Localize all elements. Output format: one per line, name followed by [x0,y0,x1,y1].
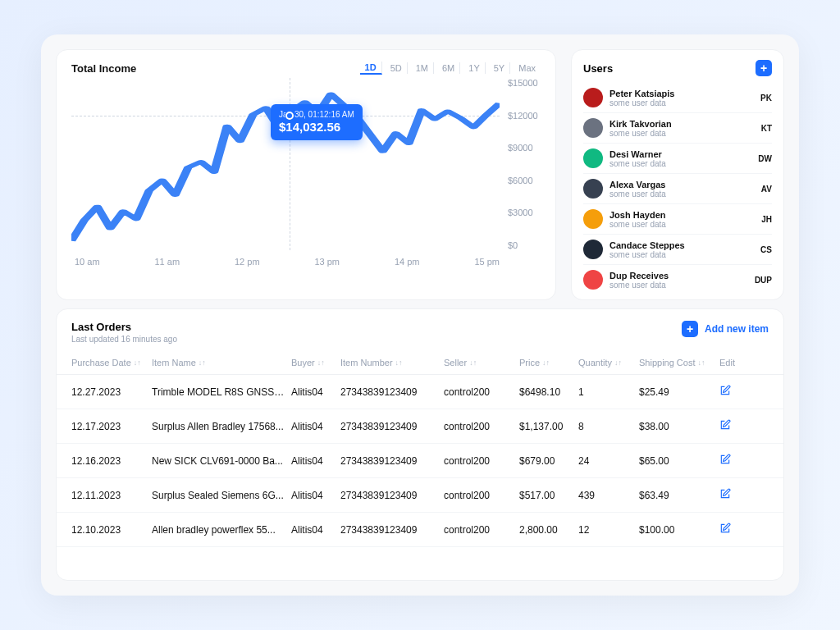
cell-item-name: New SICK CLV691-0000 Ba... [152,455,291,467]
y-tick: $12000 [508,111,541,121]
user-sub: some user data [609,129,755,138]
users-title: Users [583,62,613,75]
cell-buyer: Alitis04 [291,386,340,398]
cell-date: 12.17.2023 [71,421,152,432]
column-header[interactable]: Item Number↓↑ [340,358,444,368]
cell-item-number: 27343839123409 [340,455,444,467]
add-user-button[interactable]: + [756,60,772,76]
user-sub: some user data [609,98,754,107]
user-sub: some user data [609,250,754,259]
cell-qty: 24 [578,455,639,467]
user-initials: JH [761,215,772,224]
cell-price: $679.00 [519,455,578,467]
cell-qty: 439 [578,490,639,501]
range-1m[interactable]: 1M [411,62,434,74]
edit-icon[interactable] [719,488,749,502]
column-header[interactable]: Buyer↓↑ [291,358,340,368]
edit-icon[interactable] [719,385,749,399]
sort-icon: ↓↑ [395,358,403,367]
cell-item-name: Surplus Allen Bradley 17568... [152,421,291,432]
user-name: Alexa Vargas [609,180,755,189]
edit-icon[interactable] [719,419,749,433]
range-selector: 1D5D1M6M1Y5YMax [360,62,541,75]
sort-icon: ↓↑ [134,358,141,367]
edit-icon[interactable] [719,523,749,536]
sort-icon: ↓↑ [199,358,206,367]
user-name: Candace Steppes [609,240,754,250]
avatar [583,270,603,290]
cell-item-number: 27343839123409 [340,386,444,398]
cell-qty: 12 [578,524,639,536]
orders-subtitle: Last updated 16 minutes ago [71,335,177,344]
user-row[interactable]: Kirk Takvoriansome user dataKT [583,113,772,144]
cell-buyer: Alitis04 [291,455,340,467]
cell-buyer: Alitis04 [291,421,340,432]
cell-ship: $38.00 [639,421,719,432]
cell-seller: control200 [444,421,519,432]
cell-buyer: Alitis04 [291,524,340,536]
avatar [583,88,603,107]
sort-icon: ↓↑ [317,358,325,367]
user-row[interactable]: Alexa Vargassome user dataAV [583,174,772,204]
avatar [583,148,603,168]
user-initials: KT [761,124,772,133]
income-chart-card: Total Income 1D5D1M6M1Y5YMax Jan 30, 01:… [56,49,556,300]
user-row[interactable]: Dup Receivessome user dataDUP [583,265,772,294]
user-name: Peter Katsiapis [609,89,754,98]
range-6m[interactable]: 6M [437,62,460,74]
cell-item-name: Surplus Sealed Siemens 6G... [152,490,291,501]
user-name: Josh Hayden [609,210,755,220]
dashboard-shell: Total Income 1D5D1M6M1Y5YMax Jan 30, 01:… [41,34,799,596]
table-row: 12.16.2023New SICK CLV691-0000 Ba...Alit… [57,444,783,478]
user-row[interactable]: Peter Katsiapissome user dataPK [583,83,772,113]
column-header[interactable]: Shipping Cost↓↑ [639,358,719,368]
sort-icon: ↓↑ [469,358,477,367]
edit-icon[interactable] [719,454,749,468]
chart-body: Jan 30, 01:12:16 AM $14,032.56 $15000$12… [71,78,541,250]
add-item-label: Add new item [705,323,769,335]
cell-seller: control200 [444,524,519,536]
user-row[interactable]: Candace Steppessome user dataCS [583,235,772,265]
orders-table-body: 12.27.2023Trimble MODEL R8S GNSSA...Alit… [57,375,783,547]
chart-plot-area[interactable]: Jan 30, 01:12:16 AM $14,032.56 [71,78,500,250]
column-header[interactable]: Price↓↑ [519,358,578,368]
sort-icon: ↓↑ [614,358,622,367]
cell-ship: $65.00 [639,455,719,467]
column-header[interactable]: Seller↓↑ [444,358,519,368]
table-row: 12.10.2023Allen bradley powerflex 55...A… [57,513,783,547]
cell-qty: 1 [578,386,639,398]
sort-icon: ↓↑ [698,358,705,367]
cell-ship: $100.00 [639,524,719,536]
column-header[interactable]: Quantity↓↑ [578,358,639,368]
user-initials: DW [758,154,772,163]
range-1d[interactable]: 1D [360,62,382,75]
x-tick: 12 pm [235,257,260,267]
column-header: Edit [719,358,749,368]
orders-card: Last Orders Last updated 16 minutes ago … [56,308,784,581]
cell-seller: control200 [444,490,519,501]
tooltip-value: $14,032.56 [279,120,354,134]
column-header[interactable]: Purchase Date↓↑ [71,358,152,368]
user-row[interactable]: Desi Warnersome user dataDW [583,144,772,174]
x-tick: 15 pm [474,257,500,267]
add-item-button[interactable]: + Add new item [682,321,769,337]
cell-price: $6498.10 [519,386,578,398]
cell-date: 12.27.2023 [71,386,152,398]
table-row: 12.11.2023Surplus Sealed Siemens 6G...Al… [57,478,783,513]
y-axis-ticks: $15000$12000$9000$6000$3000$0 [500,78,541,250]
user-row[interactable]: Josh Haydensome user dataJH [583,204,772,235]
user-name: Dup Receives [609,271,748,281]
x-tick: 14 pm [395,257,420,267]
cell-price: $517.00 [519,490,578,501]
cell-item-name: Allen bradley powerflex 55... [152,524,291,536]
range-1y[interactable]: 1Y [463,62,485,74]
range-max[interactable]: Max [514,62,541,74]
cell-qty: 8 [578,421,639,432]
user-initials: DUP [755,276,772,285]
top-row: Total Income 1D5D1M6M1Y5YMax Jan 30, 01:… [41,34,799,308]
range-5d[interactable]: 5D [386,62,408,74]
range-5y[interactable]: 5Y [489,62,510,74]
column-header[interactable]: Item Name↓↑ [152,358,291,368]
user-initials: CS [760,245,772,254]
table-row: 12.17.2023Surplus Allen Bradley 17568...… [57,409,783,444]
